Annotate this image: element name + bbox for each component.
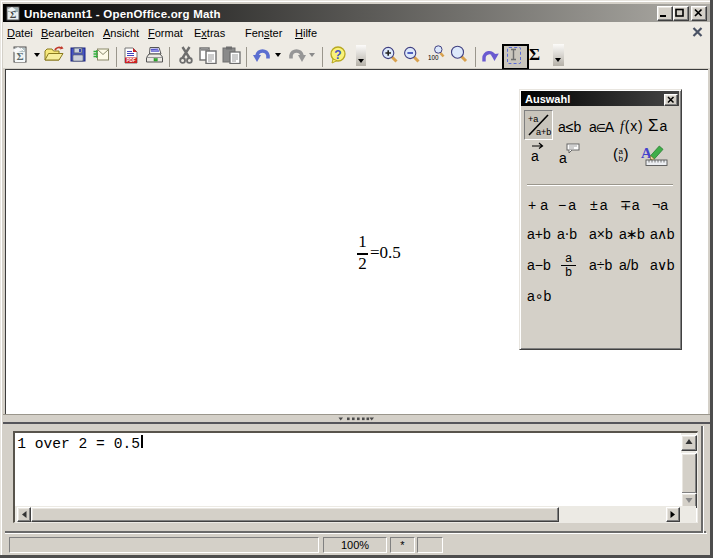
svg-text:+a: +a <box>528 114 538 124</box>
svg-text:100: 100 <box>428 54 439 61</box>
svg-text:?: ? <box>334 48 341 62</box>
svg-text:PDF: PDF <box>126 58 135 63</box>
svg-text:a+b: a+b <box>536 127 551 137</box>
